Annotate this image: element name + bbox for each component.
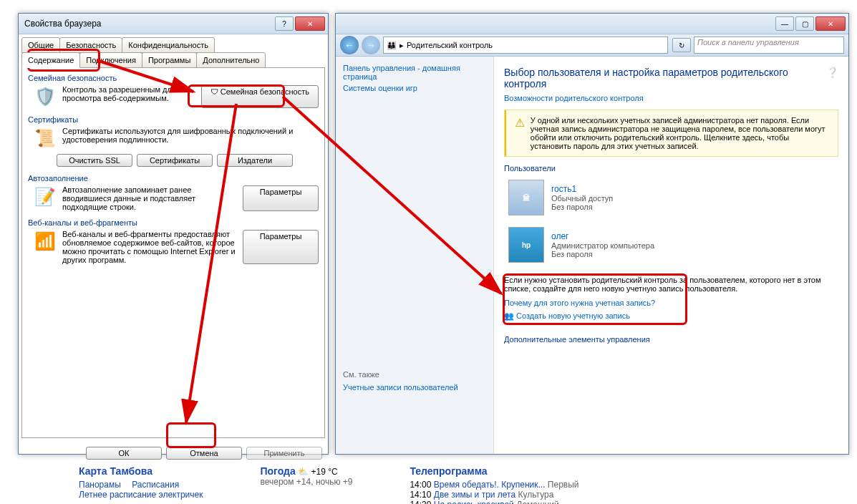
weather-title-link[interactable]: Погода (260, 465, 295, 477)
autocomplete-params-button[interactable]: Параметры (243, 185, 319, 211)
back-button[interactable]: ← (340, 36, 359, 54)
parental-control-window: — ▢ ✕ ← → 👪 ▸ Родительский контроль ↻ По… (335, 13, 849, 455)
search-input[interactable]: Поиск в панели управления (694, 37, 844, 54)
tab-connections[interactable]: Подключения (79, 52, 142, 68)
certificates-button[interactable]: Сертификаты (137, 154, 213, 167)
user2-name: олег (551, 231, 654, 241)
apply-button[interactable]: Применить (246, 447, 322, 460)
user2-type: Администратор компьютера (551, 241, 654, 250)
cancel-button[interactable]: Отмена (166, 447, 242, 460)
help-icon[interactable]: ❔ (826, 67, 838, 78)
tab-strip: Общие Безопасность Конфиденциальность Со… (19, 34, 328, 67)
map-trains-link[interactable]: Летнее расписание электричек (79, 490, 203, 500)
publishers-button[interactable]: Издатели (217, 154, 293, 167)
portal-weather: Погода ⛅ +19 °C вечером +14, ночью +9 (260, 465, 352, 504)
group-cert-title: Сертификаты (28, 115, 319, 124)
tab-advanced[interactable]: Дополнительно (196, 52, 266, 68)
clear-ssl-button[interactable]: Очистить SSL (57, 154, 132, 167)
users-label: Пользователи (504, 164, 838, 173)
map-panoramas-link[interactable]: Панорамы (79, 480, 121, 490)
cert-icon: 📜 (34, 127, 57, 150)
create-account-link[interactable]: Создать новую учетную запись (516, 311, 630, 320)
tv-item2-link[interactable]: Две зимы и три лета (434, 490, 515, 500)
tab-privacy[interactable]: Конфиденциальность (122, 37, 215, 53)
warning-box[interactable]: ⚠ У одной или нескольких учетных записей… (504, 110, 838, 157)
avatar-guest1: 🏛 (508, 180, 544, 215)
family-safety-button[interactable]: 🛡 Семейная безопасность (201, 85, 319, 108)
tab-security[interactable]: Безопасность (59, 37, 122, 53)
map-title-link[interactable]: Карта Тамбова (79, 465, 152, 477)
feeds-icon: 📶 (34, 230, 57, 253)
refresh-button[interactable]: ↻ (672, 38, 691, 52)
page-title: Выбор пользователя и настройка параметро… (504, 67, 838, 89)
warning-text: У одной или нескольких учетных записей а… (531, 116, 832, 150)
tab-programs[interactable]: Программы (142, 52, 197, 68)
avatar-oleg: hp (508, 227, 544, 263)
portal-strip: Карта Тамбова Панорамы Расписания Летнее… (79, 465, 828, 504)
cert-text: Сертификаты используются для шифрованных… (62, 127, 319, 150)
titlebar2: — ▢ ✕ (336, 14, 848, 34)
weather-now: +19 °C (311, 467, 337, 477)
autocomplete-text: Автозаполнение запоминает ранее вводивши… (62, 185, 237, 211)
user-oleg[interactable]: hp олег Администратор компьютера Без пар… (504, 223, 838, 267)
user-guest1[interactable]: 🏛 гость1 Обычный доступ Без пароля (504, 175, 838, 220)
sidebar: Панель управления - домашняя страница Си… (336, 57, 494, 454)
map-schedules-link[interactable]: Расписания (132, 480, 179, 490)
feeds-text: Веб-каналы и веб-фрагменты предоставляют… (62, 230, 237, 264)
address-bar: ← → 👪 ▸ Родительский контроль ↻ Поиск в … (336, 34, 848, 57)
folder-icon: 👪 (387, 41, 397, 50)
group-autocomplete-title: Автозаполнение (28, 174, 319, 183)
see-also-label: См. также (343, 370, 486, 379)
ok-button[interactable]: ОК (86, 447, 162, 460)
note-text: Если нужно установить родительский контр… (504, 276, 838, 293)
main-content: ❔ Выбор пользователя и настройка парамет… (494, 57, 848, 454)
group-feeds-title: Веб-каналы и веб-фрагменты (28, 218, 319, 227)
help-button[interactable]: ? (275, 16, 294, 31)
family-text: Контроль за разрешенным для просмотра ве… (62, 85, 195, 108)
breadcrumb-text: Родительский контроль (407, 41, 493, 49)
tab-general[interactable]: Общие (21, 37, 60, 53)
warning-icon: ⚠ (515, 116, 525, 150)
portal-map: Карта Тамбова Панорамы Расписания Летнее… (79, 465, 203, 504)
dialog-footer: ОК Отмена Применить (19, 441, 328, 465)
group-family-title: Семейная безопасность (28, 74, 319, 82)
tab-panel: Семейная безопасность 🛡️ Контроль за раз… (21, 67, 325, 438)
tv-item1-link[interactable]: Время обедать!. Крупеник... (434, 480, 546, 490)
capabilities-link[interactable]: Возможности родительского контроля (504, 94, 644, 102)
internet-options-dialog: Свойства браузера ? ✕ Общие Безопасность… (18, 13, 329, 455)
sidebar-rating-link[interactable]: Системы оценки игр (343, 84, 486, 92)
maximize-button[interactable]: ▢ (795, 16, 814, 31)
titlebar: Свойства браузера ? ✕ (19, 14, 328, 34)
user1-type: Обычный доступ (551, 194, 613, 203)
user1-name: гость1 (551, 184, 613, 194)
tv-item3-link[interactable]: Не родись красивой (434, 500, 514, 504)
user2-pw: Без пароля (551, 250, 654, 258)
weather-later: вечером +14, ночью +9 (260, 477, 352, 487)
user1-pw: Без пароля (551, 203, 613, 211)
autocomplete-icon: 📝 (34, 185, 57, 208)
extra-label: Дополнительные элементы управления (504, 335, 838, 344)
sidebar-main-link[interactable]: Панель управления - домашняя страница (343, 64, 486, 81)
family-icon: 🛡️ (34, 85, 57, 108)
close-button[interactable]: ✕ (295, 16, 325, 31)
portal-tv: Телепрограмма 14:00 Время обедать!. Круп… (410, 465, 578, 504)
close-button-2[interactable]: ✕ (815, 16, 846, 31)
dialog-title: Свойства браузера (24, 19, 273, 29)
sidebar-accounts-link[interactable]: Учетные записи пользователей (343, 383, 486, 392)
minimize-button[interactable]: — (775, 16, 794, 31)
forward-button[interactable]: → (362, 36, 380, 54)
feeds-params-button[interactable]: Параметры (243, 230, 319, 264)
why-link[interactable]: Почему для этого нужна учетная запись? (504, 299, 655, 307)
tab-content[interactable]: Содержание (21, 52, 80, 68)
breadcrumb[interactable]: 👪 ▸ Родительский контроль (383, 37, 668, 54)
weather-icon: ⛅ (298, 467, 311, 477)
tv-title-link[interactable]: Телепрограмма (410, 465, 487, 477)
